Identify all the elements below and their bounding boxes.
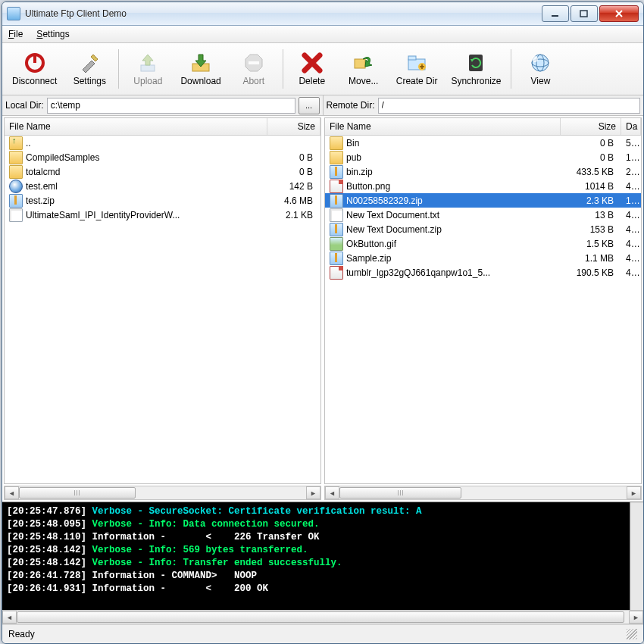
scroll-right-icon[interactable]: ► bbox=[627, 486, 641, 499]
menu-settings[interactable]: Settings bbox=[36, 29, 69, 39]
delete-button[interactable]: Delete bbox=[286, 45, 338, 93]
browse-button[interactable]: ... bbox=[299, 97, 320, 114]
list-item[interactable]: tumblr_lgp32gQJ661qanpw1o1_5...190.5 KB4… bbox=[325, 265, 641, 280]
file-icon bbox=[330, 252, 343, 265]
local-hscroll[interactable]: ◄ ► bbox=[4, 486, 321, 500]
power-icon bbox=[23, 52, 46, 74]
list-item[interactable]: UltimateSaml_IPI_IdentityProviderW...2.1… bbox=[5, 208, 320, 222]
list-item[interactable]: OkButton.gif1.5 KB4/4 bbox=[325, 236, 641, 251]
remote-dir-label: Remote Dir: bbox=[327, 100, 375, 111]
download-button[interactable]: Download bbox=[174, 45, 227, 93]
file-icon bbox=[9, 180, 23, 193]
svg-point-16 bbox=[532, 56, 538, 62]
file-panes: File Name Size ..CompiledSamples0 Btotal… bbox=[2, 116, 643, 502]
dir-bar: Local Dir: ... Remote Dir: bbox=[2, 95, 643, 116]
file-icon bbox=[330, 208, 343, 222]
list-item[interactable]: .. bbox=[5, 136, 320, 150]
col-size[interactable]: Size bbox=[267, 118, 320, 135]
disconnect-button[interactable]: Disconnect bbox=[5, 45, 64, 93]
remote-pane: File Name Size Da Bin0 B5/8pub0 B1/2bin.… bbox=[324, 117, 642, 484]
svg-rect-4 bbox=[141, 65, 155, 71]
console-log[interactable]: [20:25:47.876] Verbose - SecureSocket: C… bbox=[2, 502, 643, 610]
file-icon bbox=[9, 136, 23, 150]
list-item[interactable]: test.zip4.6 MB bbox=[5, 193, 320, 208]
file-icon bbox=[330, 136, 343, 150]
console-scrollbar[interactable] bbox=[630, 502, 643, 610]
menubar: File Settings bbox=[2, 26, 643, 43]
titlebar[interactable]: Ultimate Ftp Client Demo bbox=[2, 2, 643, 26]
list-item[interactable]: Sample.zip1.1 MB4/4 bbox=[325, 251, 641, 265]
file-icon bbox=[330, 165, 343, 179]
local-list[interactable]: ..CompiledSamples0 Btotalcmd0 Btest.eml1… bbox=[5, 136, 320, 483]
abort-button[interactable]: Abort bbox=[228, 45, 280, 93]
maximize-button[interactable] bbox=[571, 5, 598, 22]
move-icon bbox=[352, 52, 375, 74]
synchronize-button[interactable]: Synchronize bbox=[444, 45, 508, 93]
file-icon bbox=[330, 266, 343, 280]
file-icon bbox=[330, 237, 343, 251]
new-folder-icon bbox=[405, 52, 428, 74]
remote-columns[interactable]: File Name Size Da bbox=[325, 118, 641, 136]
upload-icon bbox=[136, 52, 159, 74]
file-icon bbox=[9, 165, 23, 179]
svg-rect-3 bbox=[33, 54, 36, 63]
file-icon bbox=[330, 151, 343, 164]
file-icon bbox=[9, 194, 23, 208]
col-name[interactable]: File Name bbox=[325, 118, 561, 135]
download-icon bbox=[189, 52, 212, 74]
col-date[interactable]: Da bbox=[621, 118, 641, 135]
window-title: Ultimate Ftp Client Demo bbox=[25, 8, 542, 19]
local-dir-label: Local Dir: bbox=[5, 100, 44, 111]
scroll-right-icon[interactable]: ► bbox=[306, 486, 320, 499]
list-item[interactable]: totalcmd0 B bbox=[5, 164, 320, 179]
svg-rect-8 bbox=[355, 59, 365, 68]
minimize-button[interactable] bbox=[542, 5, 569, 22]
list-item[interactable]: bin.zip433.5 KB2/1 bbox=[325, 164, 641, 179]
file-icon bbox=[330, 194, 343, 208]
list-item[interactable]: New Text Document.txt13 B4/4 bbox=[325, 208, 641, 222]
list-item[interactable]: N00258582329.zip2.3 KB1/2 bbox=[325, 193, 641, 208]
upload-button[interactable]: Upload bbox=[122, 45, 174, 93]
local-columns[interactable]: File Name Size bbox=[5, 118, 320, 136]
settings-button[interactable]: Settings bbox=[64, 45, 115, 93]
toolbar: Disconnect Settings Upload Download Abo bbox=[2, 43, 643, 95]
list-item[interactable]: Button.png1014 B4/4 bbox=[325, 179, 641, 193]
remote-list[interactable]: Bin0 B5/8pub0 B1/2bin.zip433.5 KB2/1Butt… bbox=[325, 136, 641, 483]
local-dir-input[interactable] bbox=[47, 98, 295, 114]
tools-icon bbox=[78, 52, 101, 74]
local-pane: File Name Size ..CompiledSamples0 Btotal… bbox=[4, 117, 321, 484]
remote-hscroll[interactable]: ◄ ► bbox=[324, 486, 642, 500]
list-item[interactable]: Bin0 B5/8 bbox=[325, 136, 641, 150]
col-size[interactable]: Size bbox=[561, 118, 621, 135]
globe-icon bbox=[529, 52, 552, 74]
list-item[interactable]: test.eml142 B bbox=[5, 179, 320, 193]
create-dir-button[interactable]: Create Dir bbox=[389, 45, 445, 93]
file-icon bbox=[9, 208, 23, 222]
list-item[interactable]: pub0 B1/2 bbox=[325, 150, 641, 164]
console-hscroll[interactable]: ◄ ► bbox=[2, 610, 643, 624]
scroll-left-icon[interactable]: ◄ bbox=[2, 611, 17, 624]
remote-dir-input[interactable] bbox=[378, 98, 640, 114]
sync-icon bbox=[464, 52, 487, 74]
list-item[interactable]: CompiledSamples0 B bbox=[5, 150, 320, 164]
list-item[interactable]: New Text Document.zip153 B4/4 bbox=[325, 222, 641, 236]
status-text: Ready bbox=[8, 629, 35, 639]
scroll-left-icon[interactable]: ◄ bbox=[5, 486, 19, 499]
file-icon bbox=[330, 180, 343, 193]
svg-rect-10 bbox=[408, 56, 416, 60]
scroll-left-icon[interactable]: ◄ bbox=[325, 486, 339, 499]
scroll-right-icon[interactable]: ► bbox=[629, 611, 643, 624]
move-button[interactable]: Move... bbox=[338, 45, 389, 93]
app-window: Ultimate Ftp Client Demo File Settings D… bbox=[2, 2, 644, 644]
resize-grip-icon[interactable] bbox=[627, 629, 637, 639]
view-button[interactable]: View bbox=[514, 45, 566, 93]
col-name[interactable]: File Name bbox=[5, 118, 267, 135]
console-wrap: [20:25:47.876] Verbose - SecureSocket: C… bbox=[2, 502, 643, 624]
close-button[interactable] bbox=[599, 5, 639, 22]
svg-rect-1 bbox=[580, 11, 587, 17]
abort-icon bbox=[242, 52, 265, 74]
file-icon bbox=[330, 223, 343, 236]
menu-file[interactable]: File bbox=[8, 29, 23, 39]
app-icon bbox=[7, 7, 20, 20]
file-icon bbox=[9, 151, 23, 164]
